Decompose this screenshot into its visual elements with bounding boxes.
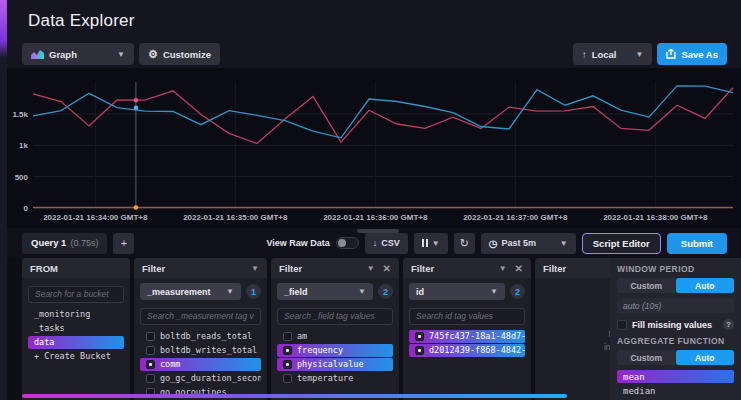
refresh-button[interactable]: ↻ <box>454 233 475 254</box>
add-query-button[interactable]: + <box>113 233 134 254</box>
bucket-item[interactable]: + Create Bucket <box>28 350 124 363</box>
refresh-icon: ↻ <box>460 237 469 250</box>
plus-icon: + <box>121 237 127 249</box>
page-title: Data Explorer <box>28 11 741 31</box>
tag-value-item[interactable]: temperature <box>277 372 393 385</box>
fill-missing-values-checkbox[interactable] <box>617 320 627 330</box>
download-icon: ↓ <box>373 238 378 248</box>
tag-value-label: temperature <box>297 373 353 383</box>
aggregate-mode-toggle: Custom Auto <box>617 350 734 365</box>
chevron-down-icon[interactable]: ▼ <box>499 264 507 273</box>
checkbox[interactable] <box>415 332 424 341</box>
tag-value-item[interactable]: go_gc_duration_seconds <box>140 372 261 385</box>
svg-text:0: 0 <box>24 204 29 213</box>
time-series-chart[interactable]: 05001k1.5k2022-01-21 16:34:00 GMT+82022-… <box>7 68 741 228</box>
chevron-down-icon[interactable]: ▼ <box>367 264 375 273</box>
graph-type-dropdown[interactable]: Graph ▼ <box>22 43 134 65</box>
checkbox[interactable] <box>146 332 155 341</box>
local-dropdown[interactable]: ↑ Local ▼ <box>573 43 653 65</box>
up-arrow-icon: ↑ <box>582 49 587 60</box>
selected-count-badge: 2 <box>378 284 393 299</box>
chevron-down-icon: ▼ <box>358 287 366 296</box>
time-range-dropdown[interactable]: ◷ Past 5m ▼ <box>481 233 576 254</box>
graph-icon <box>31 49 44 59</box>
tag-key-dropdown[interactable]: _measurement▼ <box>140 283 241 300</box>
view-raw-data-toggle[interactable] <box>336 237 359 249</box>
checkbox[interactable] <box>146 374 155 383</box>
window-custom-button[interactable]: Custom <box>617 278 676 293</box>
from-column: FROM _monitoring_tasksdata+ Create Bucke… <box>22 258 130 400</box>
tag-value-label: physicalvalue <box>297 359 364 369</box>
chevron-down-icon[interactable]: ▼ <box>251 264 259 273</box>
bucket-item[interactable]: _tasks <box>28 322 124 335</box>
checkbox[interactable] <box>415 346 424 355</box>
checkbox[interactable] <box>146 360 155 369</box>
chevron-down-icon: ▼ <box>226 287 234 296</box>
data-explorer-page: Data Explorer Graph ▼ ⚙ Customize ↑ <box>7 0 741 400</box>
chevron-down-icon: ▼ <box>117 50 125 59</box>
filter-column: Filter▼✕id▼2745fc437-18a1-48d7-98a6-7…d2… <box>403 258 531 400</box>
tag-value-item[interactable]: boltdb_reads_total <box>140 330 261 343</box>
checkbox[interactable] <box>283 346 292 355</box>
tag-key-label: _field <box>284 287 308 297</box>
checkbox[interactable] <box>146 346 155 355</box>
tag-value-label: frequency <box>297 345 343 355</box>
aggregate-auto-button[interactable]: Auto <box>676 350 735 365</box>
customize-button[interactable]: ⚙ Customize <box>139 43 220 65</box>
tag-key-dropdown[interactable]: id▼ <box>409 283 505 300</box>
nav-rail[interactable] <box>0 0 7 400</box>
tag-value-item[interactable]: boltdb_writes_total <box>140 344 261 357</box>
query-builder: FROM _monitoring_tasksdata+ Create Bucke… <box>7 258 741 400</box>
tag-value-search-input[interactable] <box>277 308 393 325</box>
save-as-button[interactable]: Save As <box>657 43 727 65</box>
query-tab[interactable]: Query 1 (0.75s) <box>22 233 107 254</box>
tag-value-item[interactable]: frequency <box>277 344 393 357</box>
svg-text:2022-01-21 16:36:00 GMT+8: 2022-01-21 16:36:00 GMT+8 <box>323 213 428 222</box>
aggregate-function-list: meanmedianlast <box>617 370 734 400</box>
tag-value-search-input[interactable] <box>409 308 525 325</box>
tag-value-item[interactable]: d2012439-f868-4842-bfef-8… <box>409 344 525 357</box>
fill-missing-values-row: Fill missing values ? <box>617 319 734 330</box>
filter-column: Filter▼✕_field▼2amfrequencyphysicalvalue… <box>271 258 399 400</box>
tag-value-item[interactable]: am <box>277 330 393 343</box>
help-icon[interactable]: ? <box>723 319 734 330</box>
checkbox[interactable] <box>283 332 292 341</box>
aggregate-function-item[interactable]: median <box>617 384 734 397</box>
submit-button[interactable]: Submit <box>667 233 727 254</box>
chevron-down-icon: ▼ <box>560 239 568 248</box>
tag-value-search-input[interactable] <box>140 308 261 325</box>
tag-value-label: am <box>297 331 307 341</box>
query-tab-label: Query 1 <box>31 237 66 248</box>
tag-key-dropdown[interactable]: _field▼ <box>277 283 373 300</box>
script-editor-button[interactable]: Script Editor <box>582 233 661 254</box>
horizontal-scrollbar[interactable] <box>22 394 567 398</box>
tag-value-item[interactable]: 745fc437-18a1-48d7-98a6-7… <box>409 330 525 343</box>
bucket-search-input[interactable] <box>28 286 124 303</box>
aggregate-custom-button[interactable]: Custom <box>617 350 676 365</box>
bucket-item[interactable]: data <box>28 336 124 349</box>
filter-title: Filter <box>142 263 165 274</box>
csv-download-button[interactable]: ↓ CSV <box>365 233 408 254</box>
bucket-item[interactable]: _monitoring <box>28 308 124 321</box>
window-auto-button[interactable]: Auto <box>676 278 735 293</box>
gear-icon: ⚙ <box>148 49 158 60</box>
checkbox[interactable] <box>283 360 292 369</box>
svg-text:500: 500 <box>15 173 29 182</box>
tag-value-list: boltdb_reads_totalboltdb_writes_totalcom… <box>140 330 261 400</box>
window-period-value: auto (10s) <box>617 298 734 313</box>
filter-column-header: Filter▼ <box>134 258 267 278</box>
close-icon[interactable]: ✕ <box>515 263 523 274</box>
nav-rail-highlight <box>0 0 7 58</box>
graph-type-label: Graph <box>49 49 77 60</box>
tag-value-label: boltdb_writes_total <box>160 345 257 355</box>
panel-resize-handle[interactable] <box>357 229 399 233</box>
pause-button[interactable]: ▼ <box>414 233 448 254</box>
save-as-icon <box>666 49 676 59</box>
close-icon[interactable]: ✕ <box>383 263 391 274</box>
tag-value-item[interactable]: physicalvalue <box>277 358 393 371</box>
aggregate-function-item[interactable]: mean <box>617 370 734 383</box>
tag-value-label: comm <box>160 359 180 369</box>
checkbox[interactable] <box>283 374 292 383</box>
tag-value-item[interactable]: comm <box>140 358 261 371</box>
chevron-down-icon: ▼ <box>635 50 643 59</box>
